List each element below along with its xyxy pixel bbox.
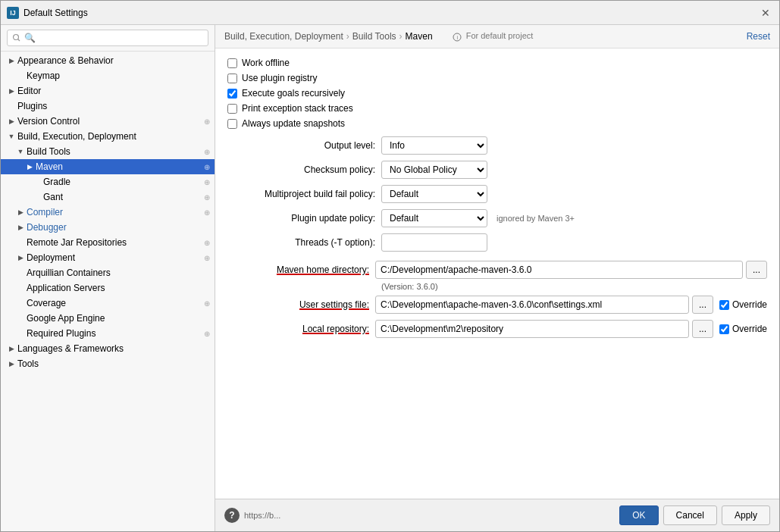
sidebar-item-gradle[interactable]: Gradle ⊕ — [1, 174, 215, 189]
sidebar-item-label: Plugins — [17, 101, 47, 111]
sidebar-item-label: Keymap — [27, 70, 60, 81]
sidebar-item-label: Google App Engine — [27, 313, 105, 324]
user-settings-browse-button[interactable]: ... — [692, 296, 713, 314]
sidebar-item-keymap[interactable]: Keymap — [1, 68, 215, 83]
sidebar-item-compiler[interactable]: ▶ Compiler ⊕ — [1, 205, 215, 220]
copy-icon: ⊕ — [204, 254, 210, 262]
local-repo-browse-button[interactable]: ... — [692, 320, 713, 338]
search-input[interactable] — [7, 30, 208, 46]
close-button[interactable]: ✕ — [758, 5, 773, 20]
sidebar-item-plugins[interactable]: Plugins — [1, 99, 215, 114]
help-button[interactable]: ? — [224, 508, 240, 523]
print-exception-checkbox[interactable] — [227, 104, 237, 114]
always-update-label: Always update snapshots — [242, 118, 345, 129]
plugin-update-policy-select[interactable]: Default Always Never — [381, 209, 487, 227]
sidebar-item-remote-jar[interactable]: Remote Jar Repositories ⊕ — [1, 235, 215, 250]
sidebar-item-label: Deployment — [27, 252, 75, 263]
sidebar-item-gant[interactable]: Gant ⊕ — [1, 189, 215, 205]
sidebar-item-maven[interactable]: ▶ Maven ⊕ — [1, 159, 215, 174]
bottom-left: ? https://b... — [224, 508, 280, 523]
work-offline-checkbox[interactable] — [227, 58, 237, 68]
threads-input[interactable] — [381, 233, 487, 252]
maven-home-row: Maven home directory: ... — [227, 261, 767, 279]
copy-icon: ⊕ — [204, 208, 210, 217]
output-level-row: Output level: InfoDebugWarningError — [227, 136, 767, 155]
multiproject-policy-label: Multiproject build fail policy: — [227, 189, 375, 199]
print-exception-label: Print exception stack traces — [242, 103, 353, 114]
sidebar: ▶ Appearance & Behavior Keymap ▶ Editor … — [1, 25, 215, 531]
expand-arrow — [16, 268, 25, 277]
sidebar-item-build-tools[interactable]: ▼ Build Tools ⊕ — [1, 144, 215, 159]
output-level-select[interactable]: InfoDebugWarningError — [381, 136, 487, 155]
breadcrumb-part-2: Build Tools — [352, 31, 396, 42]
copy-icon: ⊕ — [204, 193, 210, 202]
user-settings-override-checkbox[interactable] — [719, 300, 729, 310]
sidebar-item-coverage[interactable]: Coverage ⊕ — [1, 296, 215, 311]
breadcrumb-wrap: Build, Execution, Deployment › Build Too… — [224, 31, 533, 42]
maven-home-input[interactable] — [375, 261, 743, 279]
checkbox-use-plugin-registry: Use plugin registry — [227, 73, 767, 83]
output-level-label: Output level: — [227, 140, 375, 151]
content-area: ▶ Appearance & Behavior Keymap ▶ Editor … — [1, 25, 779, 531]
sidebar-item-label: Remote Jar Repositories — [27, 237, 127, 248]
reset-button[interactable]: Reset — [747, 31, 770, 42]
sidebar-item-debugger[interactable]: ▶ Debugger — [1, 220, 215, 235]
expand-arrow: ▶ — [7, 117, 16, 126]
sidebar-item-tools[interactable]: ▶ Tools — [1, 356, 215, 371]
local-repo-override-checkbox[interactable] — [719, 324, 729, 334]
sidebar-item-appearance[interactable]: ▶ Appearance & Behavior — [1, 53, 215, 68]
ok-button[interactable]: OK — [619, 505, 658, 525]
sidebar-item-deployment[interactable]: ▶ Deployment ⊕ — [1, 250, 215, 265]
checksum-policy-select[interactable]: No Global PolicyFailWarnIgnore — [381, 161, 487, 179]
sidebar-item-label: Version Control — [17, 116, 80, 127]
use-plugin-registry-checkbox[interactable] — [227, 74, 237, 83]
breadcrumb-current: Maven — [406, 31, 433, 42]
copy-icon: ⊕ — [204, 330, 210, 338]
override-label-local: Override — [732, 324, 767, 334]
copy-icon: ⊕ — [204, 148, 210, 156]
user-settings-input-wrap: ... Override — [375, 296, 767, 314]
sidebar-item-app-servers[interactable]: Application Servers — [1, 280, 215, 296]
execute-goals-checkbox[interactable] — [227, 89, 237, 99]
local-repo-input[interactable] — [375, 320, 689, 338]
always-update-checkbox[interactable] — [227, 119, 237, 129]
sidebar-tree: ▶ Appearance & Behavior Keymap ▶ Editor … — [1, 52, 215, 373]
user-settings-input[interactable] — [375, 296, 689, 314]
sidebar-item-required-plugins[interactable]: Required Plugins ⊕ — [1, 326, 215, 341]
breadcrumb-bar: Build, Execution, Deployment › Build Too… — [215, 25, 779, 49]
for-default-label: i For default project — [453, 31, 534, 41]
svg-text:i: i — [456, 35, 458, 40]
use-plugin-label: Use plugin registry — [242, 73, 317, 83]
sidebar-item-build-execution[interactable]: ▼ Build, Execution, Deployment — [1, 129, 215, 144]
sidebar-item-languages[interactable]: ▶ Languages & Frameworks — [1, 341, 215, 356]
expand-arrow: ▶ — [7, 359, 16, 368]
sidebar-item-label: Gant — [43, 192, 63, 202]
local-repo-label: Local repository: — [227, 324, 375, 334]
copy-icon: ⊕ — [204, 178, 210, 186]
main-panel: Build, Execution, Deployment › Build Too… — [215, 25, 779, 531]
sidebar-item-editor[interactable]: ▶ Editor — [1, 83, 215, 99]
cancel-button[interactable]: Cancel — [663, 505, 717, 525]
expand-arrow — [16, 329, 25, 338]
user-settings-row: User settings file: ... Override — [227, 296, 767, 314]
plugin-update-policy-label: Plugin update policy: — [227, 213, 375, 224]
checksum-policy-label: Checksum policy: — [227, 164, 375, 175]
copy-icon: ⊕ — [204, 299, 210, 308]
maven-home-browse-button[interactable]: ... — [746, 261, 767, 279]
maven-version-note: (Version: 3.6.0) — [381, 282, 767, 291]
multiproject-policy-select[interactable]: Default Fail at End Never Fail Fail Fast — [381, 185, 487, 203]
sidebar-item-label: Languages & Frameworks — [17, 343, 124, 354]
sidebar-item-arquillian[interactable]: Arquillian Containers — [1, 265, 215, 280]
expand-arrow: ▶ — [7, 56, 16, 65]
sidebar-item-label: Required Plugins — [27, 328, 96, 339]
apply-button[interactable]: Apply — [722, 505, 770, 525]
breadcrumb: Build, Execution, Deployment › Build Too… — [224, 31, 433, 42]
sidebar-item-google-app-engine[interactable]: Google App Engine — [1, 311, 215, 326]
expand-arrow — [16, 238, 25, 247]
expand-arrow — [16, 71, 25, 80]
title-bar: IJ Default Settings ✕ — [1, 1, 779, 25]
sidebar-item-version-control[interactable]: ▶ Version Control ⊕ — [1, 114, 215, 129]
override-wrap-local: Override — [719, 324, 767, 334]
search-box — [1, 25, 215, 52]
sidebar-item-label: Appearance & Behavior — [17, 55, 114, 66]
